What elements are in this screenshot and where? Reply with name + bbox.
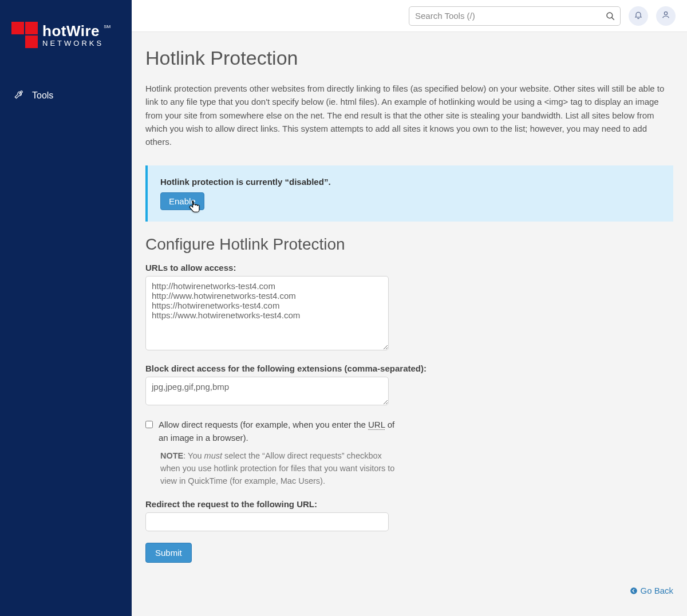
brand-name: hotWire: [42, 22, 100, 40]
sidebar-item-tools-label: Tools: [32, 90, 53, 101]
page-description: Hotlink protection prevents other websit…: [145, 82, 673, 148]
footer: cPanel 104.0.5 Home Trademarks Privacy P…: [145, 607, 673, 617]
topbar: [132, 0, 687, 32]
page-title: Hotlink Protection: [145, 47, 673, 69]
extensions-label: Block direct access for the following ex…: [145, 364, 673, 373]
extensions-textarea[interactable]: [145, 377, 389, 405]
cursor-hand-icon: [187, 199, 202, 215]
brand-logo: hotWire SM NETWORKS: [0, 16, 132, 64]
search-box[interactable]: [409, 6, 621, 26]
brand-tagline: NETWORKS: [42, 40, 104, 47]
svg-point-4: [630, 587, 637, 594]
search-icon: [605, 11, 615, 21]
allow-direct-label: Allow direct requests (for example, when…: [159, 418, 399, 444]
urls-label: URLs to allow access:: [145, 263, 673, 273]
allow-direct-checkbox[interactable]: [145, 421, 153, 428]
note-bold: NOTE: [160, 451, 183, 460]
svg-point-1: [607, 13, 613, 18]
status-box: Hotlink protection is currently “disable…: [145, 165, 673, 222]
submit-button[interactable]: Submit: [145, 543, 192, 563]
sidebar-item-tools[interactable]: Tools: [0, 81, 132, 110]
main: Hotlink Protection Hotlink protection pr…: [132, 0, 687, 616]
svg-line-2: [612, 17, 614, 19]
allow-direct-note: NOTE: You must select the “Allow direct …: [160, 450, 401, 487]
sidebar: hotWire SM NETWORKS Tools: [0, 0, 132, 616]
redirect-input[interactable]: [145, 512, 389, 531]
configure-heading: Configure Hotlink Protection: [145, 235, 673, 254]
notifications-button[interactable]: [629, 6, 648, 26]
go-back-link[interactable]: Go Back: [630, 586, 673, 595]
brand-sm: SM: [104, 25, 110, 29]
note-pre: : You: [183, 451, 204, 460]
note-must: must: [204, 451, 222, 460]
user-icon: [661, 10, 670, 21]
search-input[interactable]: [409, 7, 620, 24]
urls-textarea[interactable]: [145, 276, 389, 350]
account-button[interactable]: [656, 6, 676, 26]
status-text: Hotlink protection is currently “disable…: [160, 177, 661, 187]
redirect-label: Redirect the request to the following UR…: [145, 499, 673, 509]
url-abbr: URL: [368, 420, 385, 430]
go-back-label: Go Back: [640, 586, 673, 595]
allow-direct-pre: Allow direct requests (for example, when…: [159, 420, 368, 429]
svg-point-3: [664, 12, 667, 15]
brand-mark-icon: [11, 22, 38, 48]
back-arrow-icon: [630, 586, 640, 595]
svg-point-0: [21, 91, 22, 93]
tools-icon: [14, 89, 24, 102]
bell-icon: [634, 10, 643, 21]
